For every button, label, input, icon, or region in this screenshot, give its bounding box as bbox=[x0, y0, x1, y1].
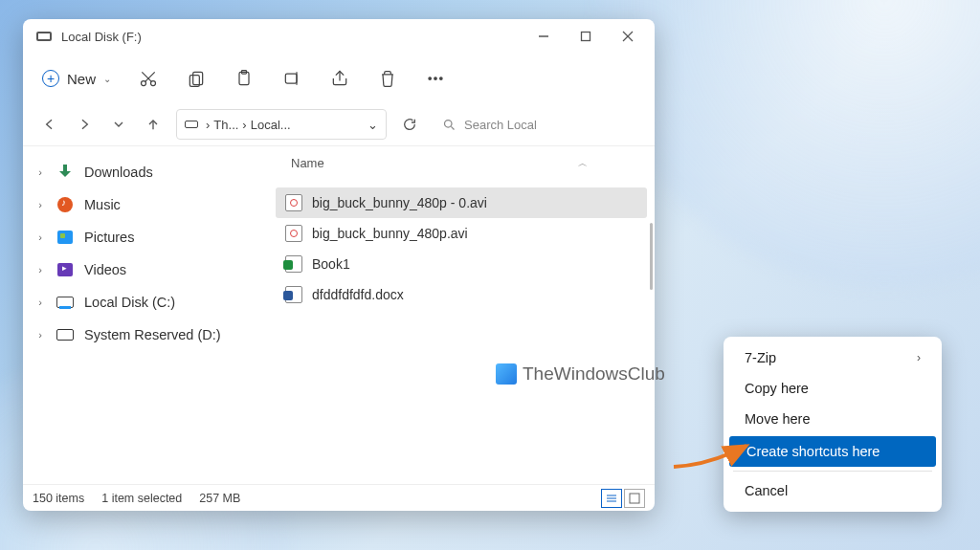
sidebar-item-label: Videos bbox=[84, 262, 126, 277]
file-row[interactable]: dfddfdfdfd.docx bbox=[276, 279, 647, 310]
file-row[interactable]: big_buck_bunny_480p - 0.avi bbox=[276, 187, 647, 218]
chevron-down-icon[interactable]: ⌄ bbox=[368, 118, 378, 132]
sidebar-item-label: Music bbox=[84, 197, 121, 212]
drag-drop-context-menu: 7-Zip› Copy here Move here Create shortc… bbox=[724, 337, 942, 512]
column-header-row: Name ︿ bbox=[262, 146, 655, 180]
search-placeholder: Search Local bbox=[464, 118, 537, 132]
breadcrumb-sep: › bbox=[242, 118, 246, 132]
menu-item-label: 7-Zip bbox=[745, 350, 776, 365]
search-icon bbox=[442, 118, 457, 132]
menu-separator bbox=[733, 471, 932, 472]
sidebar-item-local-disk-c[interactable]: ›Local Disk (C:) bbox=[27, 286, 258, 319]
file-list-pane: Name ︿ big_buck_bunny_480p - 0.avi big_b… bbox=[262, 146, 655, 484]
disk-icon bbox=[36, 32, 52, 41]
window-title: Local Disk (F:) bbox=[61, 30, 142, 44]
expand-icon[interactable]: › bbox=[34, 297, 46, 308]
delete-icon[interactable] bbox=[377, 68, 398, 89]
expand-icon[interactable]: › bbox=[34, 231, 46, 243]
expand-icon[interactable]: › bbox=[34, 166, 46, 178]
file-explorer-window: Local Disk (F:) + New ⌄ › Th... › Lo bbox=[23, 19, 655, 511]
svg-rect-8 bbox=[193, 72, 203, 84]
plus-icon: + bbox=[42, 70, 59, 87]
video-file-icon bbox=[285, 194, 302, 211]
expand-icon[interactable]: › bbox=[34, 199, 46, 210]
minimize-button[interactable] bbox=[523, 21, 565, 52]
navigation-pane: ›Downloads ›Music ›Pictures ›Videos ›Loc… bbox=[23, 146, 262, 484]
disk-icon bbox=[56, 329, 74, 341]
music-icon bbox=[57, 197, 73, 212]
submenu-arrow-icon: › bbox=[917, 351, 921, 364]
forward-button[interactable] bbox=[73, 113, 96, 136]
svg-rect-1 bbox=[582, 33, 590, 41]
menu-item-create-shortcuts-here[interactable]: Create shortcuts here bbox=[729, 436, 936, 467]
sort-indicator-icon[interactable]: ︿ bbox=[578, 157, 588, 170]
scrollbar-thumb[interactable] bbox=[650, 223, 653, 290]
videos-icon bbox=[57, 263, 73, 276]
address-bar: › Th... › Local... ⌄ Search Local bbox=[23, 103, 655, 145]
maximize-button[interactable] bbox=[565, 21, 607, 52]
sidebar-item-label: Local Disk (C:) bbox=[84, 295, 175, 310]
share-icon[interactable] bbox=[329, 68, 350, 89]
sidebar-item-label: System Reserved (D:) bbox=[84, 327, 221, 342]
file-name: big_buck_bunny_480p - 0.avi bbox=[312, 195, 487, 210]
excel-file-icon bbox=[285, 255, 302, 273]
address-field[interactable]: › Th... › Local... ⌄ bbox=[176, 109, 387, 140]
file-name: Book1 bbox=[312, 256, 350, 272]
selection-info: 1 item selected bbox=[101, 492, 182, 505]
svg-point-15 bbox=[434, 77, 437, 80]
svg-rect-12 bbox=[285, 74, 297, 83]
menu-item-label: Copy here bbox=[745, 381, 809, 396]
up-button[interactable] bbox=[142, 113, 165, 136]
expand-icon[interactable]: › bbox=[34, 264, 46, 275]
sidebar-item-music[interactable]: ›Music bbox=[27, 188, 258, 221]
pictures-icon bbox=[57, 231, 73, 244]
search-field[interactable]: Search Local bbox=[433, 109, 639, 140]
status-bar: 150 items 1 item selected 257 MB bbox=[23, 484, 655, 511]
menu-item-label: Create shortcuts here bbox=[746, 444, 880, 459]
svg-point-16 bbox=[440, 77, 443, 80]
paste-icon[interactable] bbox=[234, 68, 255, 89]
menu-item-cancel[interactable]: Cancel bbox=[727, 475, 938, 506]
svg-point-14 bbox=[429, 77, 432, 80]
wallpaper-swirl bbox=[597, 0, 980, 287]
rename-icon[interactable] bbox=[281, 68, 302, 89]
item-count: 150 items bbox=[33, 492, 84, 505]
video-file-icon bbox=[285, 225, 302, 242]
new-button[interactable]: + New ⌄ bbox=[42, 70, 111, 87]
word-file-icon bbox=[285, 286, 302, 303]
copy-icon[interactable] bbox=[186, 68, 207, 89]
sidebar-item-pictures[interactable]: ›Pictures bbox=[27, 221, 258, 253]
close-button[interactable] bbox=[607, 21, 649, 52]
disk-icon bbox=[185, 121, 198, 128]
breadcrumb-item[interactable]: Local... bbox=[251, 118, 291, 132]
refresh-button[interactable] bbox=[398, 113, 421, 136]
menu-item-label: Cancel bbox=[745, 483, 788, 498]
sidebar-item-label: Pictures bbox=[84, 230, 134, 245]
column-name[interactable]: Name bbox=[291, 156, 324, 170]
menu-item-move-here[interactable]: Move here bbox=[727, 404, 938, 434]
details-view-button[interactable] bbox=[601, 489, 622, 508]
file-row[interactable]: big_buck_bunny_480p.avi bbox=[276, 218, 647, 249]
new-label: New bbox=[67, 71, 96, 87]
file-name: dfddfdfdfd.docx bbox=[312, 287, 404, 302]
menu-item-copy-here[interactable]: Copy here bbox=[727, 373, 938, 404]
breadcrumb-item[interactable]: Th... bbox=[213, 118, 238, 132]
recent-dropdown[interactable] bbox=[107, 113, 130, 136]
titlebar[interactable]: Local Disk (F:) bbox=[23, 19, 655, 54]
sidebar-item-downloads[interactable]: ›Downloads bbox=[27, 156, 258, 188]
svg-rect-22 bbox=[630, 494, 639, 503]
chevron-down-icon: ⌄ bbox=[103, 74, 111, 84]
sidebar-item-videos[interactable]: ›Videos bbox=[27, 253, 258, 286]
sidebar-item-system-reserved[interactable]: ›System Reserved (D:) bbox=[27, 319, 258, 351]
cut-icon[interactable] bbox=[138, 68, 159, 89]
thumbnails-view-button[interactable] bbox=[624, 489, 645, 508]
svg-point-17 bbox=[445, 120, 453, 127]
file-row[interactable]: Book1 bbox=[276, 249, 647, 279]
breadcrumb-sep: › bbox=[206, 118, 210, 132]
back-button[interactable] bbox=[38, 113, 61, 136]
menu-item-7zip[interactable]: 7-Zip› bbox=[727, 342, 938, 373]
expand-icon[interactable]: › bbox=[34, 329, 46, 341]
more-icon[interactable] bbox=[425, 68, 446, 89]
svg-line-18 bbox=[451, 126, 454, 129]
selection-size: 257 MB bbox=[199, 492, 240, 505]
